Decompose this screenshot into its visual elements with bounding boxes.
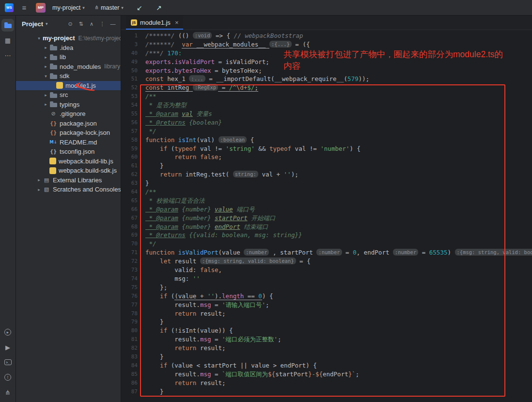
code-line-59[interactable]: 59 if (typeof val != 'string' && typeof … xyxy=(121,145,532,153)
code-line-78[interactable]: 78 return result; xyxy=(121,309,532,318)
tree-item-external-libraries[interactable]: ▸▤External Libraries xyxy=(16,176,121,185)
line-number[interactable]: 59 xyxy=(121,145,138,153)
code-line-73[interactable]: 73 valid: false, xyxy=(121,266,532,274)
code-line-54[interactable]: 54 * 是否为整型 xyxy=(121,101,532,110)
tree-item-readme-md[interactable]: M↓README.md xyxy=(16,138,121,147)
version-control-button[interactable]: ⋔ xyxy=(1,386,14,399)
collapse-all-icon[interactable]: ∧ xyxy=(87,19,96,29)
tree-item-node-modules[interactable]: ▸node_moduleslibrary root xyxy=(16,62,121,72)
line-number[interactable]: 78 xyxy=(121,309,138,318)
share-arrow-icon[interactable]: ↗ xyxy=(153,4,165,12)
tree-item-tsconfig-json[interactable]: {}tsconfig.json xyxy=(16,147,121,157)
code-line-62[interactable]: 62 return intReg.test( string: val + '')… xyxy=(121,170,532,179)
update-project-icon[interactable]: ↙ xyxy=(133,4,146,12)
line-number[interactable]: 81 xyxy=(121,335,138,344)
tree-item-module1-js[interactable]: module1.js xyxy=(16,81,121,91)
code-line-63[interactable]: 63} xyxy=(121,179,532,188)
code-line-67[interactable]: 67 * @param {number} startPort 开始端口 xyxy=(121,214,532,223)
line-number[interactable]: 67 xyxy=(121,214,138,223)
line-number[interactable]: 63 xyxy=(121,179,138,188)
line-number[interactable]: 50 xyxy=(121,66,138,75)
line-number[interactable]: 79 xyxy=(121,318,138,326)
line-number[interactable]: 53 xyxy=(121,92,138,101)
services-button[interactable]: ▸ xyxy=(1,326,14,338)
line-number[interactable]: 3 xyxy=(121,40,138,49)
code-line-58[interactable]: 58function isInt(val) :boolean { xyxy=(121,136,532,145)
line-number[interactable]: 77 xyxy=(121,301,138,309)
tree-item-lib[interactable]: ▸lib xyxy=(16,52,121,62)
code-line-69[interactable]: 69 * @returns {{valid: boolean, msg: str… xyxy=(121,231,532,240)
project-panel-title[interactable]: Project xyxy=(22,20,43,28)
line-number[interactable]: 84 xyxy=(121,361,138,370)
tab-module1-js[interactable]: JS module1.js × xyxy=(126,16,183,30)
line-number[interactable]: 82 xyxy=(121,344,138,353)
code-line-66[interactable]: 66 * @param {number} value 端口号 xyxy=(121,205,532,214)
line-number[interactable]: 51 xyxy=(121,75,138,83)
chevron-right-icon[interactable]: ▸ xyxy=(35,177,43,182)
code-line-61[interactable]: 61 } xyxy=(121,161,532,170)
code-line-83[interactable]: 83 } xyxy=(121,353,532,361)
chevron-right-icon[interactable]: ▸ xyxy=(42,64,49,69)
run-button[interactable]: ▶ xyxy=(1,341,14,354)
line-number[interactable]: 55 xyxy=(121,110,138,118)
code-line-86[interactable]: 86 return result; xyxy=(121,379,532,387)
code-line-72[interactable]: 72 let result :{msg: string, valid: bool… xyxy=(121,257,532,266)
line-number[interactable]: 85 xyxy=(121,370,138,379)
chevron-right-icon[interactable]: ▸ xyxy=(35,187,43,192)
code-line-85[interactable]: 85 result.msg = `端口取值区间为${startPort}-${e… xyxy=(121,370,532,379)
code-line-56[interactable]: 56 * @returns {boolean} xyxy=(121,118,532,127)
problems-button[interactable]: ! xyxy=(1,371,14,384)
code-line-64[interactable]: 64/** xyxy=(121,188,532,196)
line-number[interactable]: 72 xyxy=(121,257,138,266)
code-line-3[interactable]: 3/******/ var __webpack_modules__ :{...}… xyxy=(121,40,532,49)
code-line-82[interactable]: 82 return result; xyxy=(121,344,532,353)
line-number[interactable]: 70 xyxy=(121,240,138,248)
code-line-75[interactable]: 75 }; xyxy=(121,283,532,292)
code-line-50[interactable]: 50exports.bytesToHex = bytesToHex; xyxy=(121,66,532,75)
branch-selector[interactable]: ⋔ master ▾ xyxy=(92,3,126,13)
code-line-80[interactable]: 80 if (!isInt(value)) { xyxy=(121,326,532,335)
locate-file-icon[interactable]: ⊙ xyxy=(65,19,75,29)
code-line-76[interactable]: 76 if ((value + '').length == 0) { xyxy=(121,292,532,301)
tree-item--idea[interactable]: ▸.idea xyxy=(16,43,121,53)
line-number[interactable]: 66 xyxy=(121,205,138,214)
line-number[interactable]: 65 xyxy=(121,196,138,205)
tree-item-scratches-and-consoles[interactable]: ▸▧Scratches and Consoles xyxy=(16,185,121,194)
close-tab-icon[interactable]: × xyxy=(175,19,179,26)
code-line-65[interactable]: 65 * 校验端口是否合法 xyxy=(121,196,532,205)
tree-item-src[interactable]: ▸src xyxy=(16,90,121,100)
line-number[interactable]: 64 xyxy=(121,188,138,196)
code-line-1[interactable]: 1/******/ (() :void => { // webpackBoots… xyxy=(121,32,532,40)
options-icon[interactable]: ⋮ xyxy=(97,19,107,29)
tree-item-webpack-build-sdk-js[interactable]: webpack.build-sdk.js xyxy=(16,166,121,176)
line-number[interactable]: 69 xyxy=(121,231,138,240)
code-line-71[interactable]: 71function isValidPort(value :number , s… xyxy=(121,248,532,257)
structure-button[interactable]: ▦ xyxy=(1,34,14,47)
code-line-55[interactable]: 55 * @param val 变量s xyxy=(121,110,532,118)
chevron-down-icon[interactable]: ▾ xyxy=(42,74,49,79)
code-line-51[interactable]: 51const hex_1 :... = __importDefault(__w… xyxy=(121,75,532,83)
line-number[interactable]: 60 xyxy=(121,153,138,161)
project-selector[interactable]: my-project ▾ xyxy=(49,3,88,13)
code-line-57[interactable]: 57 */ xyxy=(121,127,532,136)
chevron-right-icon[interactable]: ▸ xyxy=(42,102,49,107)
code-line-84[interactable]: 84 if (value < startPort || value > endP… xyxy=(121,361,532,370)
code-line-81[interactable]: 81 result.msg = '端口必须为正整数'; xyxy=(121,335,532,344)
line-number[interactable]: 52 xyxy=(121,83,138,92)
expand-all-icon[interactable]: ⇅ xyxy=(76,19,86,29)
line-number[interactable]: 56 xyxy=(121,118,138,127)
chevron-right-icon[interactable]: ▸ xyxy=(42,55,49,60)
code-line-74[interactable]: 74 msg: '' xyxy=(121,274,532,283)
chevron-down-icon[interactable]: ▾ xyxy=(35,36,43,41)
line-number[interactable]: 87 xyxy=(121,387,138,396)
code-line-53[interactable]: 53/** xyxy=(121,92,532,101)
project-badge[interactable]: MP xyxy=(36,3,46,13)
code-line-49[interactable]: 49exports.isValidPort = isValidPort; xyxy=(121,58,532,66)
project-button[interactable] xyxy=(1,19,14,32)
line-number[interactable]: 62 xyxy=(121,170,138,179)
code-line-79[interactable]: 79 } xyxy=(121,318,532,326)
tree-item-my-project[interactable]: ▾my-projectE:\test\my-project xyxy=(16,33,121,43)
line-number[interactable]: 83 xyxy=(121,353,138,361)
code-editor[interactable]: 1/******/ (() :void => { // webpackBoots… xyxy=(121,30,532,402)
code-line-40[interactable]: 40/***/ 170: xyxy=(121,49,532,58)
